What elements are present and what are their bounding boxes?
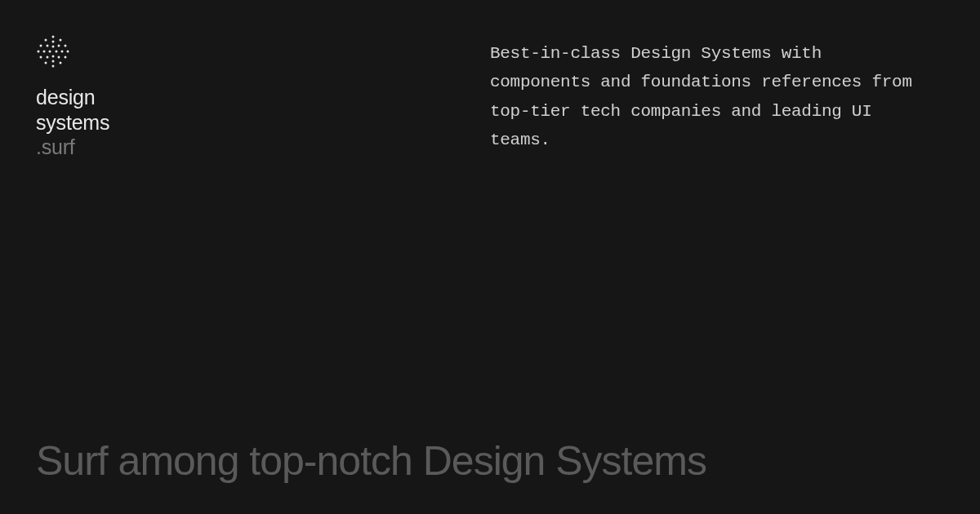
logo-icon [36, 34, 109, 72]
svg-point-5 [47, 45, 49, 47]
svg-point-2 [52, 41, 55, 43]
svg-point-7 [58, 45, 60, 47]
svg-point-16 [47, 56, 49, 59]
svg-point-18 [58, 56, 60, 59]
svg-point-15 [40, 56, 42, 59]
logo-block: design systems .surf [36, 34, 109, 160]
svg-point-22 [60, 62, 62, 64]
svg-point-12 [56, 51, 58, 53]
svg-point-3 [60, 39, 62, 42]
svg-point-13 [61, 51, 64, 53]
headline-text: Surf among top-notch Design Systems [36, 437, 706, 485]
svg-point-0 [52, 36, 55, 38]
svg-point-14 [67, 51, 69, 53]
logo-text: design systems .surf [36, 85, 109, 160]
svg-point-10 [43, 51, 46, 53]
svg-point-4 [40, 45, 42, 47]
description-text: Best-in-class Design Systems with compon… [490, 39, 931, 154]
svg-point-19 [65, 56, 67, 59]
logo-text-line2: systems [36, 110, 109, 135]
logo-text-line1: design [36, 85, 109, 110]
svg-point-8 [65, 45, 67, 47]
logo-text-line3: .surf [36, 135, 109, 160]
svg-point-11 [49, 51, 51, 53]
svg-point-9 [38, 51, 40, 53]
svg-point-21 [52, 60, 55, 63]
svg-point-6 [52, 46, 55, 48]
svg-point-1 [45, 39, 47, 42]
svg-point-17 [52, 55, 55, 58]
svg-point-20 [45, 62, 47, 64]
svg-point-23 [52, 65, 55, 68]
